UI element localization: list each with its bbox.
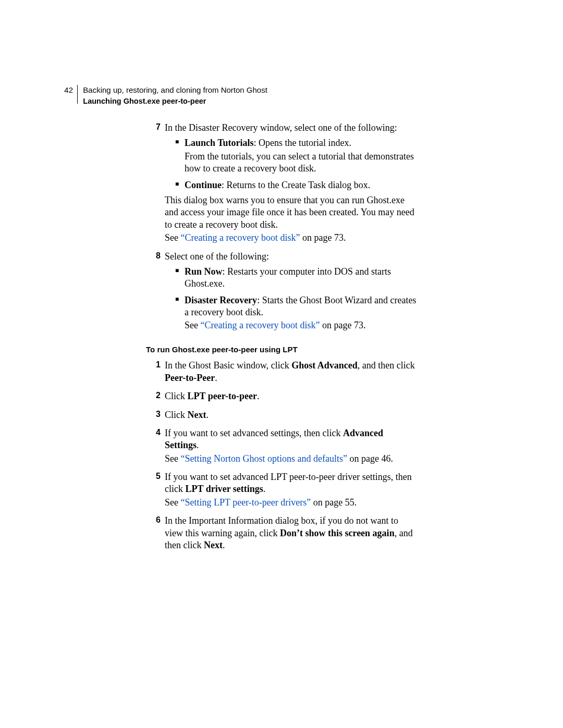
step-text: If you want to set advanced LPT peer-to-…: [165, 471, 417, 496]
bullet-text: Launch Tutorials: Opens the tutorial ind…: [185, 137, 417, 149]
lpt-step-3: 3 Click Next.: [146, 408, 417, 422]
step-intro: Select one of the following:: [165, 251, 417, 263]
txt: .: [197, 440, 199, 450]
running-header: 42 Backing up, restoring, and cloning fr…: [60, 85, 267, 106]
step-paragraph: This dialog box warns you to ensure that…: [165, 194, 417, 231]
see-ref: See “Setting Norton Ghost options and de…: [165, 453, 417, 465]
see-pre: See: [165, 453, 181, 464]
step-text: Click LPT peer-to-peer.: [165, 390, 417, 402]
step-number: 7: [146, 121, 161, 245]
step-text: In the Important Information dialog box,…: [165, 515, 417, 551]
xref-link[interactable]: “Setting LPT peer-to-peer drivers”: [181, 497, 311, 508]
ui-label: Don’t show this screen again: [280, 528, 395, 538]
bullet-cont: From the tutorials, you can select a tut…: [185, 151, 417, 175]
bullet-desc: : Opens the tutorial index.: [254, 138, 351, 148]
bullet-desc: : Returns to the Create Task dialog box.: [222, 180, 370, 190]
see-pre: See: [185, 320, 201, 330]
step-intro: In the Disaster Recovery window, select …: [165, 122, 417, 134]
step-8: 8 Select one of the following: ■ Run Now…: [146, 250, 417, 335]
bullet-item: ■ Run Now: Restarts your computer into D…: [165, 265, 417, 291]
bullet-item: ■ Launch Tutorials: Opens the tutorial i…: [165, 136, 417, 176]
see-pre: See: [165, 232, 181, 243]
bullet-text: Continue: Returns to the Create Task dia…: [185, 179, 417, 191]
ui-label: LPT peer-to-peer: [188, 391, 257, 401]
header-separator: [77, 85, 78, 104]
bullet-term: Disaster Recovery: [185, 295, 257, 305]
xref-link[interactable]: “Creating a recovery boot disk”: [181, 232, 300, 243]
ui-label: Next: [188, 410, 206, 420]
bullet-term: Continue: [185, 180, 222, 190]
lpt-step-6: 6 In the Important Information dialog bo…: [146, 514, 417, 552]
step-number: 5: [146, 470, 161, 510]
xref-link[interactable]: “Creating a recovery boot disk”: [201, 320, 320, 330]
page-number: 42: [60, 85, 73, 95]
see-ref: See “Creating a recovery boot disk” on p…: [165, 232, 417, 244]
bullet-item: ■ Continue: Returns to the Create Task d…: [165, 178, 417, 192]
see-ref: See “Setting LPT peer-to-peer drivers” o…: [165, 497, 417, 509]
txt: If you want to set advanced settings, th…: [165, 428, 343, 438]
xref-link[interactable]: “Setting Norton Ghost options and defaul…: [181, 453, 347, 464]
txt: .: [263, 484, 266, 494]
step-text: In the Ghost Basic window, click Ghost A…: [165, 360, 417, 384]
bullet-term: Launch Tutorials: [185, 138, 254, 148]
step-number: 6: [146, 514, 161, 552]
square-bullet-icon: ■: [175, 293, 185, 333]
step-number: 2: [146, 389, 161, 403]
txt: .: [257, 391, 260, 401]
bullet-text: Disaster Recovery: Starts the Ghost Boot…: [185, 294, 417, 319]
chapter-title: Backing up, restoring, and cloning from …: [83, 85, 267, 95]
step-text: If you want to set advanced settings, th…: [165, 427, 417, 452]
step-text: Click Next.: [165, 409, 417, 421]
see-post: on page 73.: [300, 232, 346, 243]
step-number: 8: [146, 250, 161, 335]
see-post: on page 46.: [347, 453, 393, 464]
txt: Click: [165, 410, 188, 420]
txt: .: [223, 540, 225, 550]
procedure-heading: To run Ghost.exe peer-to-peer using LPT: [146, 344, 417, 355]
see-ref: See “Creating a recovery boot disk” on p…: [185, 319, 417, 331]
page-body: 7 In the Disaster Recovery window, selec…: [146, 121, 417, 557]
step-number: 3: [146, 408, 161, 422]
step-7: 7 In the Disaster Recovery window, selec…: [146, 121, 417, 245]
square-bullet-icon: ■: [175, 178, 185, 192]
ui-label: Peer-to-Peer: [165, 373, 215, 383]
txt: .: [215, 373, 217, 383]
see-post: on page 73.: [320, 320, 365, 330]
lpt-step-4: 4 If you want to set advanced settings, …: [146, 426, 417, 466]
ui-label: LPT driver settings: [185, 484, 263, 494]
txt: , and then click: [358, 360, 415, 371]
bullet-item: ■ Disaster Recovery: Starts the Ghost Bo…: [165, 293, 417, 333]
bullet-text: Run Now: Restarts your computer into DOS…: [185, 266, 417, 290]
section-title: Launching Ghost.exe peer-to-peer: [83, 96, 267, 106]
lpt-step-2: 2 Click LPT peer-to-peer.: [146, 389, 417, 403]
txt: Click: [165, 391, 188, 401]
step-number: 1: [146, 359, 161, 385]
see-pre: See: [165, 497, 181, 508]
ui-label: Next: [204, 540, 223, 550]
txt: In the Ghost Basic window, click: [165, 360, 291, 371]
ui-label: Ghost Advanced: [291, 360, 358, 371]
square-bullet-icon: ■: [175, 265, 185, 291]
lpt-step-1: 1 In the Ghost Basic window, click Ghost…: [146, 359, 417, 385]
see-post: on page 55.: [311, 497, 357, 508]
lpt-step-5: 5 If you want to set advanced LPT peer-t…: [146, 470, 417, 510]
step-number: 4: [146, 426, 161, 466]
bullet-term: Run Now: [185, 266, 223, 277]
square-bullet-icon: ■: [175, 136, 185, 176]
txt: .: [206, 410, 209, 420]
